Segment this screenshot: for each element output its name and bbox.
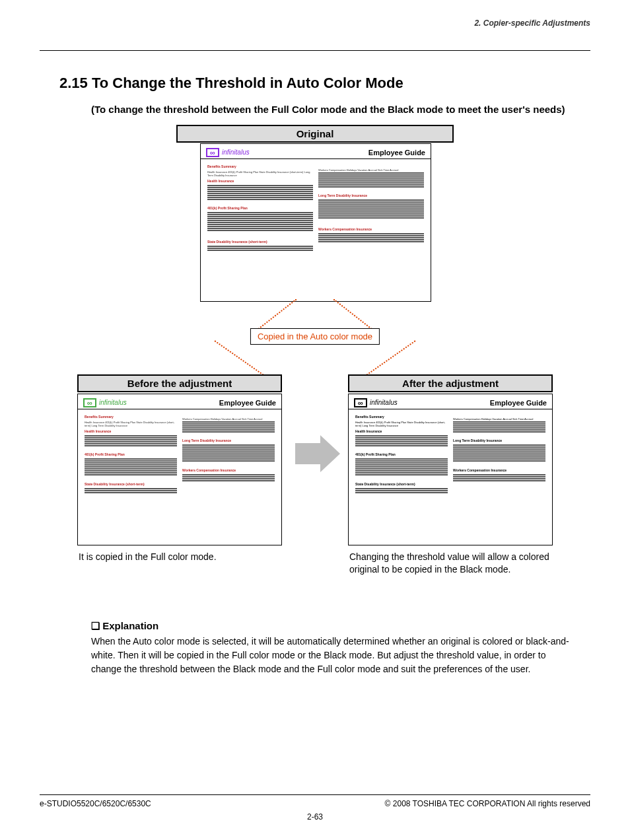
footer-copyright: © 2008 TOSHIBA TEC CORPORATION All right… [385, 799, 590, 808]
header-rule [40, 50, 590, 51]
logo-icon: ∞ [83, 398, 96, 407]
before-document-image: ∞ infinitalus Employee Guide Benefits Su… [77, 394, 282, 545]
explanation-block: Explanation When the Auto color mode is … [91, 620, 577, 676]
guide-title: Employee Guide [490, 399, 547, 407]
diagram-area: Original ∞ infinitalus Employee Guide Be… [77, 125, 553, 607]
before-block: Before the adjustment ∞ infinitalus Empl… [77, 374, 282, 564]
brand-text: infinitalus [222, 149, 250, 156]
before-caption: It is copied in the Full color mode. [77, 551, 282, 564]
footer-page-number: 2-63 [40, 808, 590, 822]
col-text: Health Insurance 401(k) Profit Sharing P… [207, 170, 313, 178]
col-text: Health Insurance 401(k) Profit Sharing P… [85, 421, 177, 428]
doc-header: ∞ infinitalus Employee Guide [201, 144, 431, 159]
after-caption: Changing the threshold value will allow … [348, 551, 553, 577]
original-label: Original [176, 125, 454, 143]
explanation-text: When the Auto color mode is selected, it… [91, 635, 577, 676]
after-block: After the adjustment ∞ infinitalus Emplo… [348, 374, 553, 577]
footer-rule [40, 794, 590, 795]
section-heading: Workers Compensation Insurance [318, 227, 424, 232]
section-title: 2.15 To Change the Threshold in Auto Col… [59, 75, 590, 92]
after-document-image: ∞ infinitalus Employee Guide Benefits Su… [348, 394, 553, 545]
footer-model: e-STUDIO5520C/6520C/6530C [40, 799, 151, 808]
section-heading: Long Term Disability Insurance [318, 193, 424, 198]
doc-header: ∞ infinitalus Employee Guide [349, 394, 552, 409]
col-text: Health Insurance 401(k) Profit Sharing P… [355, 421, 448, 428]
section-heading: 401(k) Profit Sharing Plan [207, 206, 313, 211]
dotted-line [367, 340, 416, 375]
dotted-line [333, 298, 376, 332]
doc-body: Benefits Summary Health Insurance 401(k)… [349, 409, 552, 499]
guide-title: Employee Guide [368, 149, 425, 157]
page-footer: e-STUDIO5520C/6520C/6530C © 2008 TOSHIBA… [40, 794, 590, 822]
benefits-heading: Benefits Summary [355, 415, 448, 419]
after-label: After the adjustment [348, 374, 553, 392]
benefits-heading: Benefits Summary [207, 164, 313, 169]
dotted-line [254, 298, 297, 332]
before-label: Before the adjustment [77, 374, 282, 392]
section-heading: Health Insurance [207, 179, 313, 184]
doc-header: ∞ infinitalus Employee Guide [78, 394, 281, 409]
doc-body: Benefits Summary Health Insurance 401(k)… [78, 409, 281, 499]
explanation-title: Explanation [91, 620, 577, 632]
brand-text: infinitalus [99, 399, 127, 406]
guide-title: Employee Guide [219, 399, 276, 407]
col-text: Workers Compensation Holidays Vacation A… [453, 417, 545, 421]
benefits-heading: Benefits Summary [85, 415, 177, 419]
col-text: Workers Compensation Holidays Vacation A… [182, 417, 275, 421]
logo-icon: ∞ [206, 148, 219, 157]
chapter-header: 2. Copier-specific Adjustments [474, 18, 590, 28]
brand-text: infinitalus [370, 399, 398, 406]
dotted-line [215, 340, 264, 375]
col-text: Workers Compensation Holidays Vacation A… [318, 168, 424, 172]
logo-icon: ∞ [354, 398, 367, 407]
original-document-image: ∞ infinitalus Employee Guide Benefits Su… [200, 143, 431, 302]
section-subtitle: (To change the threshold between the Ful… [91, 101, 590, 118]
doc-body: Benefits Summary Health Insurance 401(k)… [201, 159, 431, 258]
section-heading: State Disability Insurance (short-term) [207, 240, 313, 244]
copied-caption: Copied in the Auto color mode [250, 328, 380, 345]
